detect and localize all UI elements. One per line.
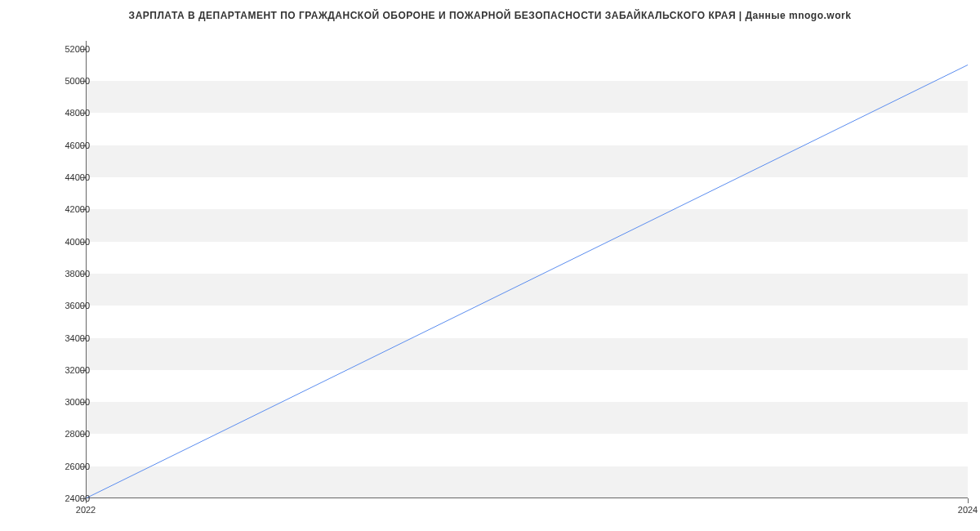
y-tick-label: 34000 bbox=[65, 333, 90, 343]
y-tick-label: 32000 bbox=[65, 365, 90, 375]
y-tick-label: 42000 bbox=[65, 204, 90, 214]
y-tick-label: 44000 bbox=[65, 172, 90, 182]
y-tick-label: 38000 bbox=[65, 269, 90, 279]
y-tick-label: 48000 bbox=[65, 108, 90, 118]
y-tick-label: 24000 bbox=[65, 493, 90, 503]
y-tick-label: 50000 bbox=[65, 76, 90, 86]
y-tick-label: 28000 bbox=[65, 429, 90, 439]
x-tick-label: 2022 bbox=[76, 505, 96, 515]
chart-title: ЗАРПЛАТА В ДЕПАРТАМЕНТ ПО ГРАЖДАНСКОЙ ОБ… bbox=[0, 10, 980, 21]
x-tick bbox=[968, 498, 969, 503]
y-tick-label: 36000 bbox=[65, 301, 90, 310]
y-tick-label: 46000 bbox=[65, 141, 90, 150]
chart-container: ЗАРПЛАТА В ДЕПАРТАМЕНТ ПО ГРАЖДАНСКОЙ ОБ… bbox=[0, 0, 980, 531]
chart-line-svg bbox=[86, 41, 968, 498]
x-tick-label: 2024 bbox=[958, 505, 978, 515]
y-tick-label: 40000 bbox=[65, 237, 90, 247]
series-line bbox=[86, 65, 968, 498]
plot-area: 20222024 bbox=[86, 41, 968, 498]
y-tick-label: 30000 bbox=[65, 397, 90, 407]
y-tick-label: 26000 bbox=[65, 462, 90, 471]
y-tick-label: 52000 bbox=[65, 44, 90, 54]
